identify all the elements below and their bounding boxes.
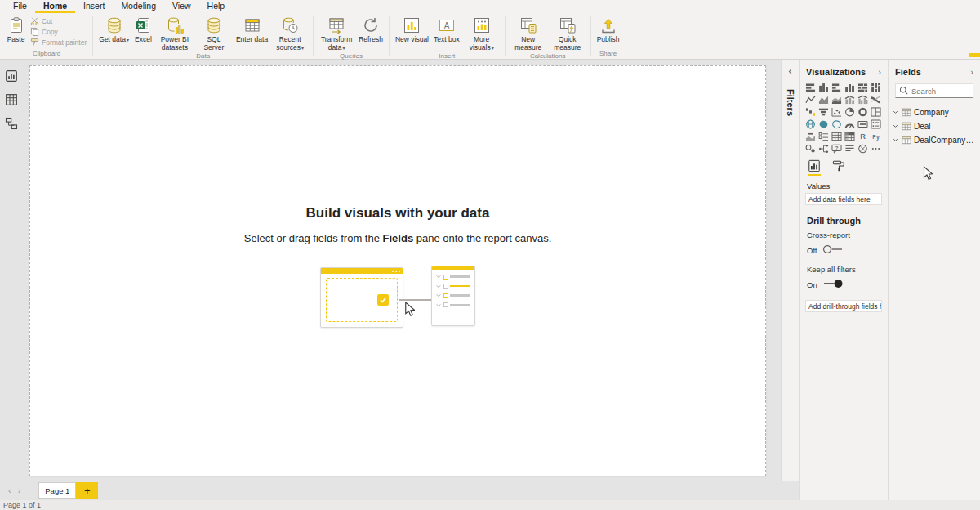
data-fields-well[interactable]: Add data fields here <box>805 193 882 205</box>
collapse-visualizations-icon[interactable]: › <box>878 67 881 77</box>
viz-icon-scatter-chart[interactable] <box>830 105 843 118</box>
copy-icon <box>30 27 39 36</box>
viz-icon-stacked-column-chart[interactable] <box>817 81 830 93</box>
collapse-fields-icon[interactable]: › <box>970 67 973 77</box>
transform-data-button[interactable]: Transform data▾ <box>318 14 355 51</box>
sql-server-button[interactable]: SQL Server <box>195 14 233 51</box>
expand-filters-icon[interactable]: ‹ <box>789 66 792 76</box>
chevron-down-icon[interactable] <box>892 109 899 116</box>
viz-icon-area-chart[interactable] <box>817 93 830 105</box>
format-visual-tab[interactable] <box>832 159 845 176</box>
viz-icon-filled-map[interactable] <box>817 118 830 130</box>
viz-icon-more-options[interactable] <box>869 142 882 154</box>
chevron-down-icon[interactable] <box>892 123 899 130</box>
viz-icon-q-and-a[interactable]: ? <box>830 142 843 154</box>
viz-icon-clustered-column-chart[interactable] <box>843 81 856 93</box>
page-tab-page-1[interactable]: Page 1 <box>38 482 76 499</box>
viz-icon-waterfall-chart[interactable] <box>804 105 817 118</box>
viz-icon-r-script-visual[interactable]: R <box>856 130 869 142</box>
viz-icon-decomposition-tree[interactable] <box>817 142 830 154</box>
viz-icon-smart-narrative[interactable] <box>843 142 856 154</box>
viz-icon-card[interactable] <box>856 118 869 130</box>
menu-bar: FileHomeInsertModelingViewHelp <box>0 0 980 13</box>
viz-icon-matrix[interactable] <box>843 130 856 142</box>
menu-item-home[interactable]: Home <box>35 0 75 13</box>
viz-icon-gauge[interactable] <box>843 118 856 130</box>
next-page-icon[interactable]: › <box>15 485 24 495</box>
cross-report-label: Cross-report <box>800 229 888 242</box>
viz-icon-stacked-bar-chart[interactable] <box>804 81 817 93</box>
viz-icon-kpi[interactable] <box>804 130 817 142</box>
recent-sources-button[interactable]: Recent sources▾ <box>271 14 309 51</box>
visualizations-title: Visualizations <box>806 67 866 77</box>
menu-item-file[interactable]: File <box>5 0 35 13</box>
enter-data-button[interactable]: Enter data <box>234 14 270 44</box>
group-divider <box>626 16 626 56</box>
viz-icon-multi-row-card[interactable] <box>869 118 882 130</box>
viz-icon-line-and-stacked-column-chart[interactable] <box>843 93 856 105</box>
viz-icon-ribbon-chart[interactable] <box>869 93 882 105</box>
viz-icon-treemap[interactable] <box>869 105 882 118</box>
viz-icon-shape-map[interactable] <box>830 118 843 130</box>
data-view-icon[interactable] <box>5 93 18 106</box>
mouse-cursor-icon <box>923 166 933 181</box>
viz-icon-key-influencers[interactable] <box>804 142 817 154</box>
cross-report-toggle[interactable] <box>822 243 844 257</box>
drill-through-fields-well[interactable]: Add drill-through fields here <box>805 300 882 312</box>
viz-icon-stacked-area-chart[interactable] <box>830 93 843 105</box>
viz-icon-line-and-clustered-column-chart[interactable] <box>856 93 869 105</box>
fields-search[interactable] <box>895 83 973 98</box>
prev-page-icon[interactable]: ‹ <box>5 485 15 495</box>
viz-icon-donut-chart[interactable] <box>856 105 869 118</box>
quick-measure-button[interactable]: Quick measure <box>549 14 586 51</box>
cut-button[interactable]: Cut <box>29 16 88 25</box>
field-label: Company <box>914 108 949 117</box>
text-box-button[interactable]: AText box <box>432 14 461 44</box>
filters-pane-title[interactable]: Filters <box>786 89 795 116</box>
model-view-icon[interactable] <box>5 117 18 130</box>
new-page-button[interactable]: + <box>76 482 98 499</box>
more-visuals-button[interactable]: More visuals▾ <box>463 14 501 51</box>
new-measure-button[interactable]: New measure <box>510 14 547 51</box>
svg-text:A: A <box>444 21 450 30</box>
power-bi-datasets-button[interactable]: Power BI datasets <box>156 14 194 51</box>
new-visual-button[interactable]: New visual <box>394 14 430 44</box>
menu-item-insert[interactable]: Insert <box>75 0 113 13</box>
keep-all-filters-toggle[interactable] <box>822 277 844 292</box>
viz-icon-map[interactable] <box>804 118 817 130</box>
publish-button[interactable]: Publish <box>595 14 621 44</box>
menu-item-view[interactable]: View <box>164 0 199 13</box>
search-input[interactable] <box>911 87 970 96</box>
format-painter-button[interactable]: Format painter <box>29 38 88 47</box>
illustration-titlebar <box>432 266 474 270</box>
field-item-company[interactable]: Company <box>889 105 980 119</box>
illustration-titlebar <box>321 268 403 274</box>
viz-icon-line-chart[interactable] <box>804 93 817 105</box>
copy-button[interactable]: Copy <box>29 27 88 36</box>
viz-icon-100-stacked-column-chart[interactable] <box>869 81 882 93</box>
get-data-button[interactable]: Get data▾ <box>97 14 131 44</box>
new-visual-icon <box>403 16 421 34</box>
paste-button[interactable]: Paste <box>5 14 27 44</box>
quick-measure-icon <box>559 16 577 34</box>
viz-icon-power-automate[interactable] <box>856 142 869 154</box>
mouse-cursor-icon <box>404 302 415 317</box>
viz-icon-funnel[interactable] <box>817 105 830 118</box>
field-item-dealcompanyass[interactable]: DealCompanyAss... <box>889 133 980 147</box>
viz-icon-100-stacked-bar-chart[interactable] <box>856 81 869 93</box>
chevron-down-icon[interactable] <box>892 136 899 144</box>
viz-icon-table[interactable] <box>830 130 843 142</box>
viz-icon-clustered-bar-chart[interactable] <box>830 81 843 93</box>
viz-icon-pie-chart[interactable] <box>843 105 856 118</box>
viz-icon-python-visual[interactable]: Py <box>869 130 882 142</box>
viz-icon-slicer[interactable] <box>817 130 830 142</box>
menu-item-help[interactable]: Help <box>199 0 234 13</box>
report-canvas[interactable]: Build visuals with your data Select or d… <box>29 65 766 476</box>
excel-button[interactable]: Excel <box>132 14 154 44</box>
drill-through-label: Drill through <box>800 205 888 229</box>
field-item-deal[interactable]: Deal <box>889 119 980 133</box>
build-visual-tab[interactable] <box>808 159 821 176</box>
report-view-icon[interactable] <box>5 69 18 83</box>
refresh-button[interactable]: Refresh <box>357 14 385 44</box>
menu-item-modeling[interactable]: Modeling <box>113 0 164 13</box>
